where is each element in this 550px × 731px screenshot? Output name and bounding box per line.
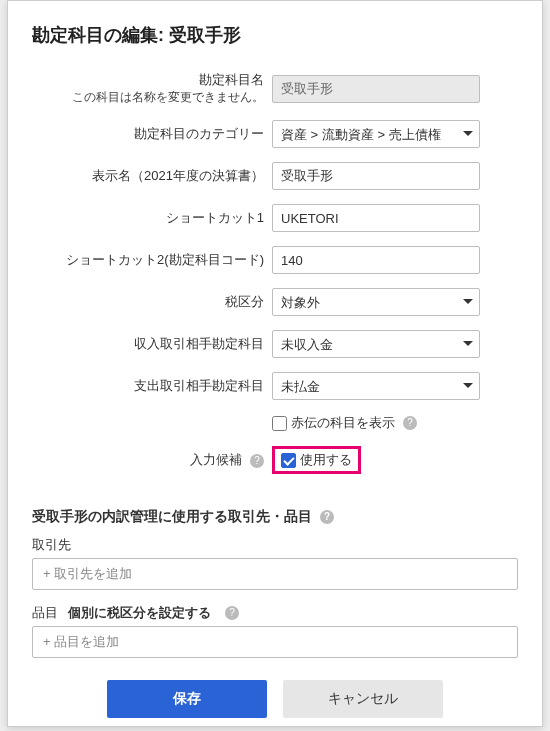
- suggestion-checkbox-label: 使用する: [300, 451, 352, 469]
- red-slip-checkbox[interactable]: [272, 416, 287, 431]
- label-expense-account: 支出取引相手勘定科目: [32, 377, 272, 395]
- category-select[interactable]: 資産 > 流動資産 > 売上債権: [272, 120, 480, 148]
- suggestion-highlight: 使用する: [272, 446, 361, 474]
- help-icon[interactable]: ?: [225, 606, 239, 620]
- partner-tag-input[interactable]: + 取引先を追加: [32, 558, 518, 590]
- shortcut1-input[interactable]: [272, 204, 480, 232]
- button-row: 保存 キャンセル: [32, 680, 518, 718]
- help-icon[interactable]: ?: [320, 510, 334, 524]
- label-suggestion: 入力候補 ?: [32, 451, 272, 469]
- item-sublink[interactable]: 個別に税区分を設定する: [68, 604, 211, 622]
- row-display-name: 表示名（2021年度の決算書）: [32, 162, 518, 190]
- item-placeholder: + 品目を追加: [43, 633, 119, 651]
- suggestion-checkbox[interactable]: [281, 453, 296, 468]
- row-shortcut1: ショートカット1: [32, 204, 518, 232]
- suggestion-label-text: 入力候補: [190, 452, 242, 467]
- label-shortcut2: ショートカット2(勘定科目コード): [32, 251, 272, 269]
- modal-title: 勘定科目の編集: 受取手形: [32, 23, 518, 47]
- help-icon[interactable]: ?: [250, 454, 264, 468]
- row-income-account: 収入取引相手勘定科目 未収入金: [32, 330, 518, 358]
- help-icon[interactable]: ?: [403, 416, 417, 430]
- row-shortcut2: ショートカット2(勘定科目コード): [32, 246, 518, 274]
- row-account-name: 勘定科目名 この科目は名称を変更できません。 受取手形: [32, 71, 518, 106]
- cancel-button[interactable]: キャンセル: [283, 680, 443, 718]
- label-category: 勘定科目のカテゴリー: [32, 125, 272, 143]
- item-tag-input[interactable]: + 品目を追加: [32, 626, 518, 658]
- detail-section-title-text: 受取手形の内訳管理に使用する取引先・品目: [32, 508, 312, 526]
- detail-section-title: 受取手形の内訳管理に使用する取引先・品目 ?: [32, 508, 518, 526]
- row-category: 勘定科目のカテゴリー 資産 > 流動資産 > 売上債権: [32, 120, 518, 148]
- account-name-value: 受取手形: [272, 75, 480, 103]
- edit-account-modal: 勘定科目の編集: 受取手形 勘定科目名 この科目は名称を変更できません。 受取手…: [7, 0, 543, 727]
- label-income-account: 収入取引相手勘定科目: [32, 335, 272, 353]
- tax-select[interactable]: 対象外: [272, 288, 480, 316]
- item-label-row: 品目 個別に税区分を設定する ?: [32, 604, 518, 622]
- save-button[interactable]: 保存: [107, 680, 267, 718]
- label-shortcut1: ショートカット1: [32, 209, 272, 227]
- account-name-label-text: 勘定科目名: [32, 71, 264, 89]
- item-label: 品目: [32, 604, 58, 622]
- row-expense-account: 支出取引相手勘定科目 未払金: [32, 372, 518, 400]
- label-display-name: 表示名（2021年度の決算書）: [32, 167, 272, 185]
- account-name-sublabel: この科目は名称を変更できません。: [32, 89, 264, 106]
- row-suggestion: 入力候補 ? 使用する: [32, 446, 518, 474]
- partner-label: 取引先: [32, 536, 71, 554]
- label-account-name: 勘定科目名 この科目は名称を変更できません。: [32, 71, 272, 106]
- income-account-select[interactable]: 未収入金: [272, 330, 480, 358]
- expense-account-select[interactable]: 未払金: [272, 372, 480, 400]
- display-name-input[interactable]: [272, 162, 480, 190]
- row-tax: 税区分 対象外: [32, 288, 518, 316]
- shortcut2-input[interactable]: [272, 246, 480, 274]
- partner-label-row: 取引先: [32, 536, 518, 554]
- red-slip-label: 赤伝の科目を表示: [291, 414, 395, 432]
- label-tax: 税区分: [32, 293, 272, 311]
- row-red-slip: 赤伝の科目を表示 ?: [32, 414, 518, 432]
- partner-placeholder: + 取引先を追加: [43, 565, 132, 583]
